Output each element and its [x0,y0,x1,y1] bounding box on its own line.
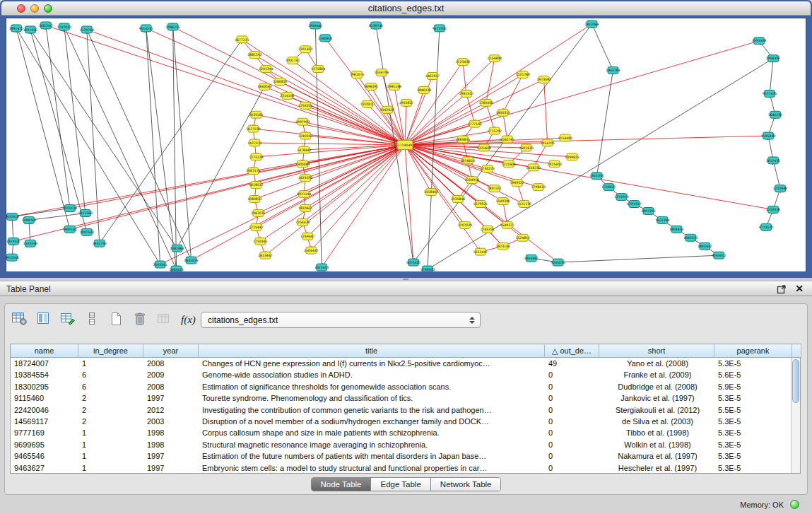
delete-column-button[interactable] [131,311,151,329]
table-cell[interactable]: 5.6E-5 [714,369,791,380]
table-cell[interactable]: 0 [545,439,599,450]
network-node[interactable]: 9277435 [763,90,777,97]
network-node[interactable]: 2035181 [249,111,264,118]
table-settings-button[interactable] [11,311,31,329]
table-cell[interactable]: 2 [78,392,143,404]
network-node[interactable]: 1221604 [502,160,517,168]
network-node[interactable]: 1811563 [78,209,93,216]
network-edge[interactable] [29,213,86,220]
network-node[interactable]: 1370919 [614,194,629,201]
network-node[interactable]: 1810651 [298,205,313,212]
column-header-name[interactable]: name [11,344,78,358]
network-node[interactable]: 1954705 [540,139,555,146]
network-node[interactable]: 1955821 [399,99,414,106]
network-node[interactable]: 1154808 [488,55,502,62]
table-cell[interactable]: 9115460 [11,392,78,404]
table-cell[interactable]: 49 [545,358,599,369]
network-edge[interactable] [70,145,405,229]
network-edge[interactable] [322,145,405,267]
network-node[interactable]: 1079921 [473,201,488,208]
network-node[interactable]: 1160742 [500,136,515,143]
network-node[interactable]: 1504432 [304,247,319,254]
network-edge[interactable] [64,27,86,214]
show-columns-button[interactable] [35,311,55,329]
table-row[interactable]: 1456911722003Disruption of a novel membe… [11,416,791,427]
network-edge[interactable] [405,103,406,145]
network-node[interactable]: 1897311 [488,185,502,192]
network-node[interactable]: 6774120 [759,223,774,230]
network-node[interactable]: 1612442 [473,248,488,255]
table-cell[interactable]: 5.3E-5 [714,416,791,427]
network-node[interactable]: 2631025 [184,257,199,264]
network-edge[interactable] [16,28,70,229]
network-node[interactable]: 1221769 [515,71,530,78]
network-edge[interactable] [12,209,70,217]
network-node[interactable]: 1846138 [417,86,432,93]
network-node[interactable]: 1997903 [295,118,310,125]
minimize-window-button[interactable] [30,4,39,13]
function-builder-button[interactable]: f(x) [181,311,201,329]
network-edge[interactable] [30,30,177,248]
network-edge[interactable] [146,28,177,269]
network-hub-node[interactable]: 1724049 [397,141,413,150]
network-node[interactable]: 1210318 [766,206,781,214]
network-node[interactable]: 1816610 [461,157,476,164]
network-node[interactable]: 1881253 [247,52,262,59]
network-node[interactable]: 9245032 [551,259,565,266]
network-node[interactable]: 1427521 [247,139,262,146]
network-node[interactable]: 1961075 [350,71,365,78]
row-height-button[interactable] [83,311,103,329]
network-node[interactable]: 1696391 [364,83,379,90]
network-node[interactable]: 2067175 [246,168,261,175]
network-node[interactable]: 1613447 [258,252,273,259]
network-node[interactable]: 2081547 [39,22,54,29]
table-cell[interactable]: 18724007 [11,358,78,369]
network-node[interactable]: 2620518 [6,213,19,220]
network-node[interactable]: 1664423 [169,266,184,271]
network-node[interactable]: 1775702 [488,127,502,134]
network-node[interactable]: 1320017 [360,100,375,107]
network-node[interactable]: 1935846 [451,196,466,203]
network-node[interactable]: 2314156 [280,92,295,99]
table-cell[interactable]: 0 [545,427,599,438]
tab-node-table[interactable]: Node Table [312,478,372,491]
table-cell[interactable]: Estimation of the future numbers of pati… [199,450,545,462]
network-node[interactable]: 1850313 [496,109,511,116]
network-node[interactable]: 2240618 [318,35,333,42]
network-node[interactable]: 9514231 [139,25,153,32]
network-node[interactable]: 1956403 [766,55,781,62]
network-node[interactable]: 1754327 [298,102,313,109]
table-cell[interactable]: 0 [545,369,599,380]
network-node[interactable]: 1129764 [80,26,95,33]
network-node[interactable]: 1840043 [257,83,272,90]
network-node[interactable]: 1645205 [768,111,783,118]
table-cell[interactable]: Estimation of significance thresholds fo… [199,381,545,392]
tab-edge-table[interactable]: Edge Table [371,478,430,491]
network-node[interactable]: 2086215 [165,23,180,30]
network-node[interactable]: 1665023 [683,234,698,241]
column-header-out_de[interactable]: △ out_de… [545,344,599,358]
table-cell[interactable]: 0 [545,450,599,462]
network-node[interactable]: 2204918 [465,177,480,184]
table-cell[interactable]: Hescheler et al. (1997) [599,462,714,473]
table-cell[interactable]: 1998 [143,439,199,450]
table-cell[interactable]: Stergiakouli et al. (2012) [599,404,714,416]
create-column-button[interactable] [107,311,127,329]
network-node[interactable]: 1915403 [547,160,562,168]
network-edge[interactable] [302,145,405,222]
table-cell[interactable]: 6 [78,369,143,380]
table-cell[interactable]: Franke et al. (2009) [599,369,714,380]
table-cell[interactable]: 2 [78,416,143,427]
network-node[interactable]: 9572301 [433,25,447,32]
network-node[interactable]: 1922353 [23,26,38,33]
table-vertical-scrollbar[interactable] [791,358,800,473]
table-cell[interactable]: 1997 [143,450,199,462]
table-cell[interactable]: 0 [545,462,599,473]
network-node[interactable]: 1897350 [641,208,656,215]
network-edge[interactable] [405,24,592,145]
network-node[interactable]: 1730275 [481,165,495,173]
table-cell[interactable]: Dudbridge et al. (2008) [599,381,714,392]
network-node[interactable]: 1478441 [297,146,312,153]
network-node[interactable]: 1956442 [308,22,323,29]
network-node[interactable]: 1520244 [23,240,38,247]
